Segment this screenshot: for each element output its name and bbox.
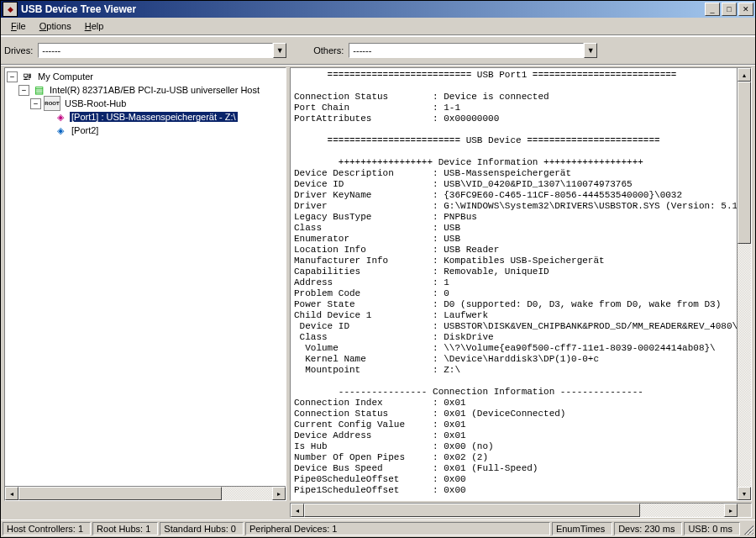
collapse-icon[interactable]: − (18, 85, 29, 96)
status-root-hubs: Root Hubs: 1 (92, 522, 158, 535)
root-hub-icon: ROOT (44, 96, 60, 111)
scroll-up-icon[interactable]: ▴ (738, 68, 751, 82)
collapse-icon[interactable]: − (30, 98, 41, 109)
drives-dropdown-icon[interactable]: ▼ (273, 43, 286, 58)
status-peripheral-devices: Peripheral Devices: 1 (245, 522, 550, 535)
tree-label-selected: [Port1] : USB-Massenspeichergerät - Z:\ (70, 112, 238, 122)
scroll-left-icon[interactable]: ◂ (291, 504, 304, 517)
tree-label: USB-Root-Hub (63, 98, 128, 108)
close-button[interactable]: ✕ (738, 3, 753, 16)
drives-label: Drives: (4, 45, 33, 55)
toolbar: Drives: ▼ Others: ▼ (1, 36, 755, 65)
usb-port-icon: ◈ (54, 124, 67, 137)
scroll-right-icon[interactable]: ▸ (724, 504, 738, 517)
maximize-button[interactable]: □ (722, 3, 737, 16)
app-icon: ◆ (3, 2, 18, 17)
tree-hscrollbar[interactable]: ◂ ▸ (5, 486, 286, 500)
menu-file[interactable]: File (4, 19, 33, 33)
minimize-button[interactable]: _ (705, 3, 720, 16)
tree-label: My Computer (36, 71, 95, 82)
status-enumtimes: EnumTimes (552, 522, 612, 535)
status-devs-time: Devs: 230 ms (614, 522, 682, 535)
scroll-corner (738, 504, 751, 517)
menubar: File Options Help (1, 18, 755, 35)
collapse-icon[interactable]: − (7, 71, 18, 82)
tree-node-computer[interactable]: − 🖳 My Computer (7, 70, 286, 83)
tree-label: Intel(R) 82371AB/EB PCI-zu-USB universel… (48, 85, 261, 95)
tree-label: [Port2] (70, 125, 100, 135)
resize-grip-icon[interactable] (742, 523, 753, 535)
status-host-controllers: Host Controllers: 1 (3, 522, 91, 535)
status-usb-time: USB: 0 ms (684, 522, 740, 535)
drives-input[interactable] (38, 43, 273, 58)
scroll-right-icon[interactable]: ▸ (272, 487, 286, 500)
details-hscrollbar[interactable]: ◂ ▸ (290, 503, 752, 518)
tree-node-controller[interactable]: − ▤ Intel(R) 82371AB/EB PCI-zu-USB unive… (7, 83, 286, 97)
device-tree[interactable]: − 🖳 My Computer − ▤ Intel(R) 82371AB/EB … (5, 68, 286, 486)
scroll-down-icon[interactable]: ▾ (738, 487, 751, 500)
status-standard-hubs: Standard Hubs: 0 (160, 522, 244, 535)
others-dropdown-icon[interactable]: ▼ (584, 43, 597, 58)
controller-icon: ▤ (32, 83, 45, 97)
others-label: Others: (313, 45, 344, 55)
tree-panel: − 🖳 My Computer − ▤ Intel(R) 82371AB/EB … (4, 67, 286, 501)
usb-device-icon: ◈ (54, 110, 67, 124)
menu-options[interactable]: Options (33, 19, 78, 33)
menu-options-label: ptions (46, 21, 71, 31)
statusbar: Host Controllers: 1 Root Hubs: 1 Standar… (1, 520, 755, 537)
drives-combo[interactable]: ▼ (38, 42, 286, 59)
scroll-left-icon[interactable]: ◂ (5, 487, 18, 500)
tree-node-hub[interactable]: − ROOT USB-Root-Hub (7, 97, 286, 110)
others-input[interactable] (349, 43, 584, 58)
titlebar: ◆ USB Device Tree Viewer _ □ ✕ (1, 1, 755, 18)
main-area: − 🖳 My Computer − ▤ Intel(R) 82371AB/EB … (1, 65, 755, 503)
tree-node-port1[interactable]: ◈ [Port1] : USB-Massenspeichergerät - Z:… (7, 110, 286, 124)
menu-file-label: ile (17, 21, 26, 31)
app-window: ◆ USB Device Tree Viewer _ □ ✕ File Opti… (0, 0, 756, 538)
details-vscrollbar[interactable]: ▴ ▾ (737, 68, 751, 500)
details-text-area[interactable]: ========================== USB Port1 ===… (291, 68, 737, 500)
computer-icon: 🖳 (20, 70, 34, 83)
menu-help[interactable]: Help (78, 19, 111, 33)
tree-node-port2[interactable]: ◈ [Port2] (7, 124, 286, 137)
window-title: USB Device Tree Viewer (21, 3, 703, 15)
others-combo[interactable]: ▼ (349, 42, 597, 59)
details-panel: ========================== USB Port1 ===… (288, 66, 755, 503)
menu-help-label: elp (92, 21, 104, 31)
details-content: ========================== USB Port1 ===… (291, 68, 737, 500)
